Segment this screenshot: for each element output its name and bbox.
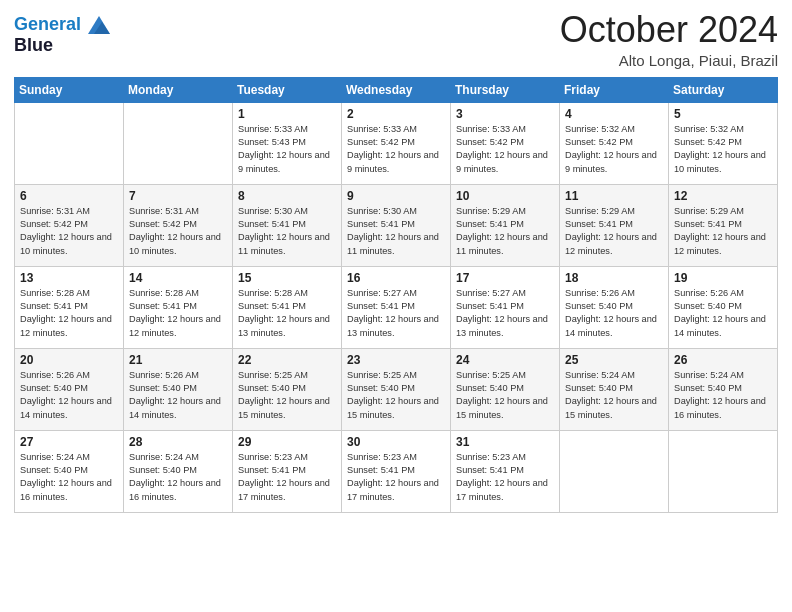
day-info: Sunrise: 5:29 AMSunset: 5:41 PMDaylight:… — [674, 205, 772, 258]
day-info: Sunrise: 5:26 AMSunset: 5:40 PMDaylight:… — [129, 369, 227, 422]
day-number: 13 — [20, 271, 118, 285]
day-cell-0-3: 2 Sunrise: 5:33 AMSunset: 5:42 PMDayligh… — [342, 102, 451, 184]
week-row-3: 13 Sunrise: 5:28 AMSunset: 5:41 PMDaylig… — [15, 266, 778, 348]
day-number: 8 — [238, 189, 336, 203]
day-cell-3-4: 24 Sunrise: 5:25 AMSunset: 5:40 PMDaylig… — [451, 348, 560, 430]
day-cell-1-0: 6 Sunrise: 5:31 AMSunset: 5:42 PMDayligh… — [15, 184, 124, 266]
day-info: Sunrise: 5:32 AMSunset: 5:42 PMDaylight:… — [674, 123, 772, 176]
day-info: Sunrise: 5:26 AMSunset: 5:40 PMDaylight:… — [20, 369, 118, 422]
logo-blue: Blue — [14, 35, 110, 56]
day-info: Sunrise: 5:28 AMSunset: 5:41 PMDaylight:… — [238, 287, 336, 340]
day-number: 5 — [674, 107, 772, 121]
day-cell-3-0: 20 Sunrise: 5:26 AMSunset: 5:40 PMDaylig… — [15, 348, 124, 430]
header: General Blue October 2024 Alto Longa, Pi… — [14, 10, 778, 69]
day-info: Sunrise: 5:27 AMSunset: 5:41 PMDaylight:… — [347, 287, 445, 340]
month-title: October 2024 — [560, 10, 778, 50]
header-friday: Friday — [560, 77, 669, 102]
day-cell-0-0 — [15, 102, 124, 184]
header-saturday: Saturday — [669, 77, 778, 102]
day-info: Sunrise: 5:33 AMSunset: 5:43 PMDaylight:… — [238, 123, 336, 176]
day-cell-2-6: 19 Sunrise: 5:26 AMSunset: 5:40 PMDaylig… — [669, 266, 778, 348]
day-cell-4-4: 31 Sunrise: 5:23 AMSunset: 5:41 PMDaylig… — [451, 430, 560, 512]
day-number: 6 — [20, 189, 118, 203]
day-number: 16 — [347, 271, 445, 285]
day-info: Sunrise: 5:32 AMSunset: 5:42 PMDaylight:… — [565, 123, 663, 176]
day-info: Sunrise: 5:24 AMSunset: 5:40 PMDaylight:… — [674, 369, 772, 422]
week-row-1: 1 Sunrise: 5:33 AMSunset: 5:43 PMDayligh… — [15, 102, 778, 184]
day-cell-3-3: 23 Sunrise: 5:25 AMSunset: 5:40 PMDaylig… — [342, 348, 451, 430]
day-info: Sunrise: 5:25 AMSunset: 5:40 PMDaylight:… — [238, 369, 336, 422]
header-wednesday: Wednesday — [342, 77, 451, 102]
day-info: Sunrise: 5:24 AMSunset: 5:40 PMDaylight:… — [20, 451, 118, 504]
day-number: 7 — [129, 189, 227, 203]
day-number: 21 — [129, 353, 227, 367]
calendar-table: Sunday Monday Tuesday Wednesday Thursday… — [14, 77, 778, 513]
day-info: Sunrise: 5:26 AMSunset: 5:40 PMDaylight:… — [674, 287, 772, 340]
logo-icon — [88, 16, 110, 34]
day-info: Sunrise: 5:25 AMSunset: 5:40 PMDaylight:… — [347, 369, 445, 422]
day-number: 3 — [456, 107, 554, 121]
day-cell-0-6: 5 Sunrise: 5:32 AMSunset: 5:42 PMDayligh… — [669, 102, 778, 184]
day-info: Sunrise: 5:24 AMSunset: 5:40 PMDaylight:… — [565, 369, 663, 422]
day-cell-2-1: 14 Sunrise: 5:28 AMSunset: 5:41 PMDaylig… — [124, 266, 233, 348]
day-cell-4-5 — [560, 430, 669, 512]
day-info: Sunrise: 5:30 AMSunset: 5:41 PMDaylight:… — [347, 205, 445, 258]
day-number: 12 — [674, 189, 772, 203]
day-info: Sunrise: 5:25 AMSunset: 5:40 PMDaylight:… — [456, 369, 554, 422]
day-cell-0-4: 3 Sunrise: 5:33 AMSunset: 5:42 PMDayligh… — [451, 102, 560, 184]
page: General Blue October 2024 Alto Longa, Pi… — [0, 0, 792, 612]
header-monday: Monday — [124, 77, 233, 102]
day-number: 30 — [347, 435, 445, 449]
day-info: Sunrise: 5:28 AMSunset: 5:41 PMDaylight:… — [129, 287, 227, 340]
day-info: Sunrise: 5:33 AMSunset: 5:42 PMDaylight:… — [456, 123, 554, 176]
day-cell-4-0: 27 Sunrise: 5:24 AMSunset: 5:40 PMDaylig… — [15, 430, 124, 512]
weekday-header-row: Sunday Monday Tuesday Wednesday Thursday… — [15, 77, 778, 102]
day-cell-3-1: 21 Sunrise: 5:26 AMSunset: 5:40 PMDaylig… — [124, 348, 233, 430]
day-cell-3-2: 22 Sunrise: 5:25 AMSunset: 5:40 PMDaylig… — [233, 348, 342, 430]
day-info: Sunrise: 5:30 AMSunset: 5:41 PMDaylight:… — [238, 205, 336, 258]
day-cell-3-5: 25 Sunrise: 5:24 AMSunset: 5:40 PMDaylig… — [560, 348, 669, 430]
day-number: 20 — [20, 353, 118, 367]
day-cell-0-5: 4 Sunrise: 5:32 AMSunset: 5:42 PMDayligh… — [560, 102, 669, 184]
week-row-2: 6 Sunrise: 5:31 AMSunset: 5:42 PMDayligh… — [15, 184, 778, 266]
day-number: 22 — [238, 353, 336, 367]
day-number: 31 — [456, 435, 554, 449]
day-number: 1 — [238, 107, 336, 121]
day-cell-4-6 — [669, 430, 778, 512]
logo-general: General — [14, 14, 81, 34]
day-cell-2-5: 18 Sunrise: 5:26 AMSunset: 5:40 PMDaylig… — [560, 266, 669, 348]
day-cell-2-0: 13 Sunrise: 5:28 AMSunset: 5:41 PMDaylig… — [15, 266, 124, 348]
day-number: 14 — [129, 271, 227, 285]
day-number: 15 — [238, 271, 336, 285]
day-cell-0-1 — [124, 102, 233, 184]
day-info: Sunrise: 5:26 AMSunset: 5:40 PMDaylight:… — [565, 287, 663, 340]
day-info: Sunrise: 5:23 AMSunset: 5:41 PMDaylight:… — [456, 451, 554, 504]
day-cell-1-4: 10 Sunrise: 5:29 AMSunset: 5:41 PMDaylig… — [451, 184, 560, 266]
day-number: 18 — [565, 271, 663, 285]
day-cell-2-2: 15 Sunrise: 5:28 AMSunset: 5:41 PMDaylig… — [233, 266, 342, 348]
day-info: Sunrise: 5:29 AMSunset: 5:41 PMDaylight:… — [565, 205, 663, 258]
day-cell-1-6: 12 Sunrise: 5:29 AMSunset: 5:41 PMDaylig… — [669, 184, 778, 266]
day-info: Sunrise: 5:28 AMSunset: 5:41 PMDaylight:… — [20, 287, 118, 340]
day-cell-0-2: 1 Sunrise: 5:33 AMSunset: 5:43 PMDayligh… — [233, 102, 342, 184]
week-row-4: 20 Sunrise: 5:26 AMSunset: 5:40 PMDaylig… — [15, 348, 778, 430]
day-info: Sunrise: 5:23 AMSunset: 5:41 PMDaylight:… — [238, 451, 336, 504]
header-thursday: Thursday — [451, 77, 560, 102]
day-number: 27 — [20, 435, 118, 449]
day-cell-1-5: 11 Sunrise: 5:29 AMSunset: 5:41 PMDaylig… — [560, 184, 669, 266]
day-info: Sunrise: 5:33 AMSunset: 5:42 PMDaylight:… — [347, 123, 445, 176]
day-cell-2-3: 16 Sunrise: 5:27 AMSunset: 5:41 PMDaylig… — [342, 266, 451, 348]
week-row-5: 27 Sunrise: 5:24 AMSunset: 5:40 PMDaylig… — [15, 430, 778, 512]
title-block: October 2024 Alto Longa, Piaui, Brazil — [560, 10, 778, 69]
header-sunday: Sunday — [15, 77, 124, 102]
day-info: Sunrise: 5:23 AMSunset: 5:41 PMDaylight:… — [347, 451, 445, 504]
day-number: 2 — [347, 107, 445, 121]
day-number: 11 — [565, 189, 663, 203]
location: Alto Longa, Piaui, Brazil — [560, 52, 778, 69]
day-cell-1-1: 7 Sunrise: 5:31 AMSunset: 5:42 PMDayligh… — [124, 184, 233, 266]
day-cell-4-1: 28 Sunrise: 5:24 AMSunset: 5:40 PMDaylig… — [124, 430, 233, 512]
day-cell-2-4: 17 Sunrise: 5:27 AMSunset: 5:41 PMDaylig… — [451, 266, 560, 348]
day-cell-1-3: 9 Sunrise: 5:30 AMSunset: 5:41 PMDayligh… — [342, 184, 451, 266]
day-number: 17 — [456, 271, 554, 285]
day-number: 9 — [347, 189, 445, 203]
